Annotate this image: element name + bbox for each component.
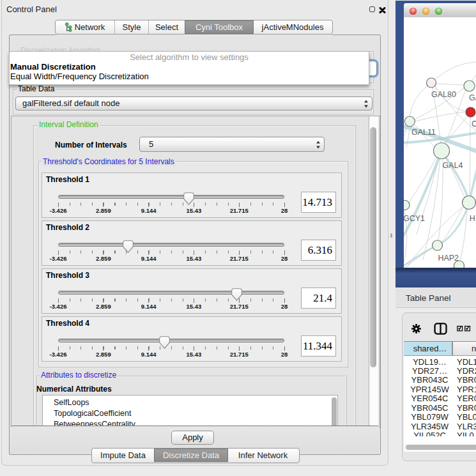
svg-text:GAL80: GAL80 [431, 90, 456, 99]
svg-text:GA: GA [469, 93, 476, 102]
svg-text:GCY1: GCY1 [404, 214, 425, 223]
svg-text:HAP2: HAP2 [438, 254, 459, 263]
svg-text:GAL11: GAL11 [411, 128, 436, 137]
svg-text:H: H [470, 214, 475, 223]
svg-text:GAL4: GAL4 [442, 161, 463, 170]
svg-text:C: C [472, 119, 476, 128]
